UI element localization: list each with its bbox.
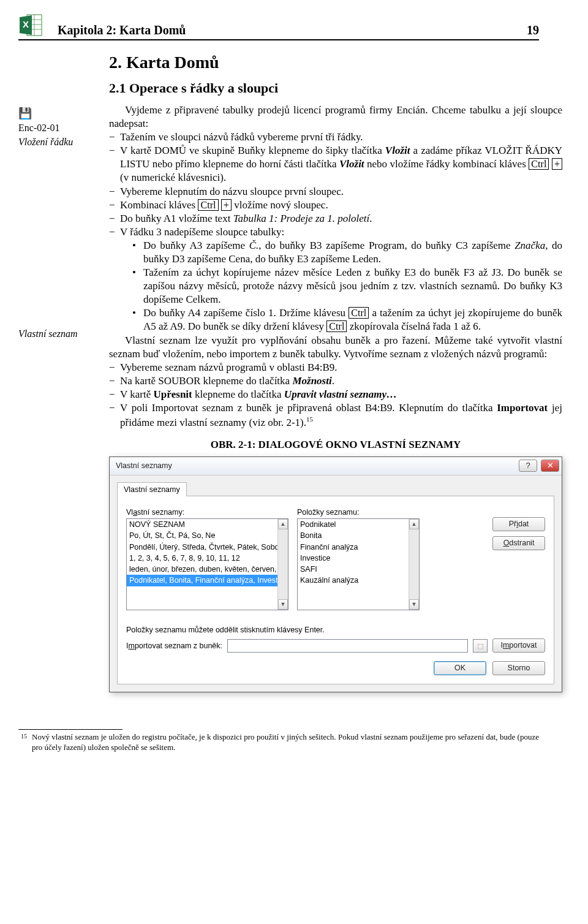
list-item: Na kartě SOUBOR klepneme do tlačítka Mož…	[109, 374, 562, 388]
import-button[interactable]: Importovat	[492, 638, 545, 653]
heading-chapter: 2. Karta Domů	[109, 51, 562, 74]
tab-strip: Vlastní seznamy	[117, 482, 554, 496]
close-icon: ✕	[547, 461, 554, 471]
example-ref: Enc-02-01	[18, 122, 98, 135]
figure-caption: OBR. 2-1: DIALOGOVÉ OKNO VLASTNÍ SEZNAMY	[109, 438, 562, 452]
page-header: X Kapitola 2: Karta Domů 19	[18, 12, 539, 40]
kbd-plus: +	[552, 158, 562, 170]
list-row-selected[interactable]: Podnikatel, Bonita, Finanční analýza, In…	[127, 575, 288, 586]
label-custom-lists: Vlastní seznamy:	[126, 507, 288, 517]
help-icon: ?	[526, 461, 530, 471]
tab-custom-lists[interactable]: Vlastní seznamy	[117, 482, 187, 496]
range-picker-button[interactable]: ⬚	[473, 639, 488, 653]
footnote: 15 Nový vlastní seznam je uložen do regi…	[18, 732, 539, 753]
scroll-down-icon[interactable]: ▼	[409, 599, 419, 610]
list-row[interactable]: Pondělí, Úterý, Středa, Čtvrtek, Pátek, …	[127, 542, 288, 553]
add-button[interactable]: Přidat	[492, 517, 545, 531]
intro-paragraph: Vyjdeme z připravené tabulky prodejů lic…	[109, 104, 562, 131]
list-item: V řádku 3 nadepíšeme sloupce tabulky: Do…	[109, 225, 562, 334]
label-import-range: Importovat seznam z buněk:	[126, 641, 222, 651]
chapter-title: Kapitola 2: Karta Domů	[58, 22, 527, 38]
dialog-titlebar[interactable]: Vlastní seznamy ? ✕	[110, 457, 562, 475]
label-list-entries: Položky seznamu:	[297, 507, 420, 517]
kbd-plus: +	[221, 199, 232, 211]
margin-note-insert-row: Vložení řádku	[18, 136, 98, 149]
list-item: Tažením ve sloupci názvů řádků vybereme …	[109, 131, 562, 144]
list-row[interactable]: 1, 2, 3, 4, 5, 6, 7, 8, 9, 10, 11, 12	[127, 553, 288, 564]
list-row[interactable]: Kauzální analýza	[298, 575, 419, 586]
footnote-text: Nový vlastní seznam je uložen do registr…	[32, 732, 539, 752]
list-item: Vybereme seznam názvů programů v oblasti…	[109, 361, 562, 374]
kbd-ctrl: Ctrl	[198, 199, 218, 211]
dialog-custom-lists: Vlastní seznamy ? ✕ Vlastní seznamy Vlas…	[109, 456, 562, 693]
list-item: Do buňky A3 zapíšeme Č., do buňky B3 zap…	[132, 239, 562, 266]
range-picker-icon: ⬚	[477, 642, 483, 650]
footnote-number: 15	[21, 732, 27, 740]
list-item: Tažením za úchyt kopírujeme název měsíce…	[132, 266, 562, 306]
list-row[interactable]: SAFI	[298, 564, 419, 575]
listbox-custom-lists[interactable]: NOVÝ SEZNAM Po, Út, St, Čt, Pá, So, Ne P…	[126, 518, 288, 610]
heading-section: 2.1 Operace s řádky a sloupci	[109, 80, 562, 97]
list-item: Do buňky A4 zapíšeme číslo 1. Držíme klá…	[132, 306, 562, 333]
kbd-ctrl: Ctrl	[349, 307, 369, 319]
close-button[interactable]: ✕	[541, 460, 559, 472]
kbd-ctrl: Ctrl	[529, 158, 549, 170]
list-row[interactable]: Po, Út, St, Čt, Pá, So, Ne	[127, 530, 288, 541]
scrollbar[interactable]: ▲ ▼	[409, 519, 419, 610]
scroll-up-icon[interactable]: ▲	[278, 519, 288, 529]
cancel-button[interactable]: Storno	[492, 661, 545, 675]
scroll-down-icon[interactable]: ▼	[278, 599, 288, 610]
list-row[interactable]: Investice	[298, 553, 419, 564]
list-row[interactable]: leden, únor, březen, duben, květen, červ…	[127, 564, 288, 575]
footnote-ref: 15	[306, 415, 313, 423]
import-range-input[interactable]	[227, 639, 468, 653]
margin-notes: 💾 Enc-02-01 Vložení řádku Vlastní seznam	[18, 51, 98, 692]
list-item: V kartě DOMŮ ve skupině Buňky klepneme d…	[109, 144, 562, 184]
list-item: V poli Importovat seznam z buněk je přip…	[109, 401, 562, 430]
kbd-ctrl: Ctrl	[326, 320, 347, 332]
list-item: Do buňky A1 vložíme text Tabulka 1: Prod…	[109, 212, 562, 225]
ok-button[interactable]: OK	[434, 661, 486, 675]
margin-note-custom-list: Vlastní seznam	[18, 328, 98, 341]
list-row[interactable]: Bonita	[298, 530, 419, 541]
list-row[interactable]: Podnikatel	[298, 519, 419, 530]
list-item: Kombinací kláves Ctrl + vložíme nový slo…	[109, 199, 562, 212]
list-item: Vybereme klepnutím do názvu sloupce prvn…	[109, 185, 562, 199]
hint-text: Položky seznamu můžete oddělit stisknutí…	[126, 625, 545, 635]
excel-icon: X	[18, 12, 44, 38]
listbox-entries[interactable]: Podnikatel Bonita Finanční analýza Inves…	[297, 518, 420, 610]
paragraph: Vlastní seznam lze využít pro vyplňování…	[109, 334, 562, 361]
delete-button[interactable]: Odstranit	[492, 536, 545, 550]
scroll-up-icon[interactable]: ▲	[409, 519, 419, 529]
list-item: V kartě Upřesnit klepneme do tlačítka Up…	[109, 388, 562, 401]
dialog-title: Vlastní seznamy	[116, 461, 519, 471]
main-content: 2. Karta Domů 2.1 Operace s řádky a slou…	[109, 51, 562, 692]
list-row[interactable]: Finanční analýza	[298, 542, 419, 553]
floppy-icon: 💾	[18, 107, 98, 121]
list-row[interactable]: NOVÝ SEZNAM	[127, 519, 288, 530]
help-button[interactable]: ?	[519, 460, 537, 472]
footnote-separator	[18, 729, 123, 730]
scrollbar[interactable]: ▲ ▼	[277, 519, 288, 610]
page-number: 19	[527, 22, 539, 38]
svg-text:X: X	[23, 19, 29, 29]
